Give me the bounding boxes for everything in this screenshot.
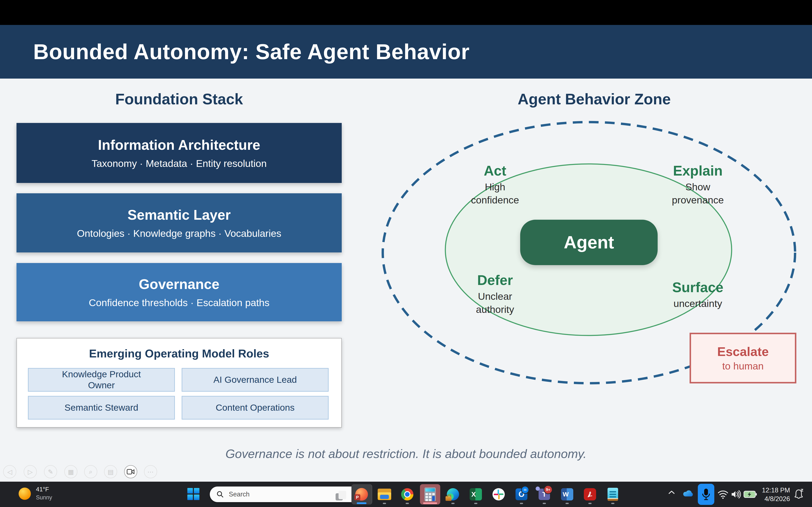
outlook-icon: O ✉ [515, 489, 527, 500]
weather-temperature[interactable]: 41°F [36, 486, 49, 493]
roles-panel: Emerging Operating Model Roles Knowledge… [16, 338, 342, 428]
acrobat-icon [584, 488, 596, 500]
more-options-button[interactable]: ⋯ [144, 465, 157, 478]
behavior-act: Act High confidence [451, 163, 540, 207]
taskbar-app-acrobat[interactable] [580, 484, 600, 504]
taskbar-app-slack[interactable] [489, 484, 509, 504]
behavior-explain: Explain Show provenance [653, 163, 742, 207]
sharing-indicator [423, 502, 437, 504]
behavior-surface: Surface uncertainty [653, 279, 742, 310]
layer-title: Information Architecture [98, 137, 260, 153]
onedrive-tray-icon[interactable] [682, 489, 694, 499]
pen-button[interactable]: ✎ [44, 465, 57, 478]
open-indicator [566, 503, 569, 504]
layer-information-architecture: Information Architecture Taxonomy · Meta… [16, 123, 342, 183]
chrome-icon [401, 488, 413, 500]
taskbar-apps: P [328, 484, 623, 504]
new-mail-badge: ✉ [521, 486, 529, 494]
next-slide-icon: ▷ [28, 468, 33, 475]
layer-governance: Governance Confidence thresholds · Escal… [16, 263, 342, 321]
edge-icon [447, 488, 459, 500]
agent-behavior-zone-heading: Agent Behavior Zone [453, 91, 736, 108]
open-indicator [451, 503, 455, 504]
camera-button[interactable] [124, 465, 137, 478]
tray-overflow-chevron[interactable] [667, 490, 676, 496]
taskbar-app-notepad[interactable] [603, 484, 623, 504]
taskbar-app-file-explorer[interactable] [374, 484, 395, 504]
microphone-in-use-indicator[interactable] [698, 484, 714, 505]
start-button[interactable] [187, 488, 199, 500]
tray-time: 12:18 PM [759, 486, 790, 495]
slack-icon [493, 488, 505, 500]
taskbar-app-edge[interactable] [443, 484, 463, 504]
taskbar-app-chrome[interactable] [397, 484, 417, 504]
role-cell: Knowledge Product Owner [28, 368, 175, 392]
word-icon: W [561, 488, 573, 500]
weather-condition[interactable]: Sunny [36, 494, 52, 501]
more-options-icon: ⋯ [147, 468, 154, 475]
slide-footer-quote: Governance is not about restriction. It … [0, 447, 812, 461]
search-placeholder: Search [229, 491, 250, 498]
taskbar-app-powerpoint[interactable]: P [351, 484, 372, 504]
powerpoint-icon: P [355, 488, 368, 501]
roles-grid: Knowledge Product Owner AI Governance Le… [28, 368, 328, 419]
weather-sun-icon[interactable] [18, 488, 31, 500]
next-slide-button[interactable]: ▷ [24, 465, 37, 478]
previous-slide-button[interactable]: ◁ [3, 465, 16, 478]
layer-subtitle: Ontologies · Knowledge graphs · Vocabula… [77, 228, 282, 239]
roles-title: Emerging Operating Model Roles [17, 347, 341, 360]
calculator-icon [424, 487, 436, 501]
behavior-defer: Defer Unclear authority [451, 272, 540, 316]
magnifier-icon: ⌕ [89, 468, 93, 475]
search-icon [216, 491, 224, 498]
open-indicator [406, 503, 409, 504]
notification-bell[interactable] [794, 488, 804, 501]
layer-subtitle: Confidence thresholds · Escalation paths [89, 297, 269, 308]
captions-button[interactable]: ▤ [104, 465, 117, 478]
teams-icon: T 9+ [539, 489, 550, 500]
agent-pill: Agent [520, 220, 658, 265]
layer-title: Semantic Layer [128, 207, 231, 223]
layer-title: Governance [139, 276, 219, 292]
clock[interactable]: 12:18 PM 4/8/2026 [759, 486, 790, 503]
battery-charging-icon [744, 490, 757, 499]
open-indicator [520, 503, 523, 504]
excel-icon: X [470, 488, 482, 500]
open-indicator [383, 503, 386, 504]
letterbox-top [0, 0, 812, 25]
file-explorer-icon [378, 489, 391, 500]
cloud-icon [683, 490, 693, 496]
camera-icon [126, 469, 135, 475]
battery-tray-icon[interactable] [744, 490, 757, 499]
work-briefcase-icon [446, 496, 451, 501]
wifi-tray-icon[interactable] [717, 490, 729, 500]
taskbar-app-outlook[interactable]: O ✉ [511, 484, 531, 504]
task-view-button[interactable] [328, 484, 349, 504]
wifi-icon [717, 490, 729, 499]
zoom-button[interactable]: ⌕ [84, 465, 97, 478]
layer-subtitle: Taxonomy · Metadata · Entity resolution [92, 158, 267, 169]
foundation-stack-heading: Foundation Stack [16, 91, 342, 108]
slide-title: Bounded Autonomy: Safe Agent Behavior [33, 40, 470, 64]
open-indicator [611, 503, 614, 504]
desktop-screen: Bounded Autonomy: Safe Agent Behavior Fo… [0, 0, 812, 507]
pen-icon: ✎ [48, 468, 53, 475]
taskbar-app-excel[interactable]: X [466, 484, 486, 504]
taskbar-app-word[interactable]: W [557, 484, 577, 504]
chevron-up-icon [667, 490, 676, 495]
slide-navigator-button[interactable]: ▦ [64, 465, 78, 478]
microphone-icon [702, 488, 710, 501]
role-cell: AI Governance Lead [182, 368, 328, 392]
teams-person-icon [536, 487, 540, 491]
layer-semantic-layer: Semantic Layer Ontologies · Knowledge gr… [16, 193, 342, 252]
escalate-box: Escalate to human [690, 333, 796, 383]
open-indicator [474, 503, 477, 504]
taskbar-app-teams[interactable]: T 9+ [534, 484, 554, 504]
notepad-icon [608, 488, 618, 501]
volume-tray-icon[interactable] [731, 490, 742, 500]
teams-notification-badge: 9+ [544, 485, 553, 494]
tray-date: 4/8/2026 [759, 495, 790, 503]
slide-title-band: Bounded Autonomy: Safe Agent Behavior [0, 25, 812, 78]
taskbar-app-calculator[interactable] [420, 484, 440, 504]
role-cell: Content Operations [182, 396, 328, 419]
